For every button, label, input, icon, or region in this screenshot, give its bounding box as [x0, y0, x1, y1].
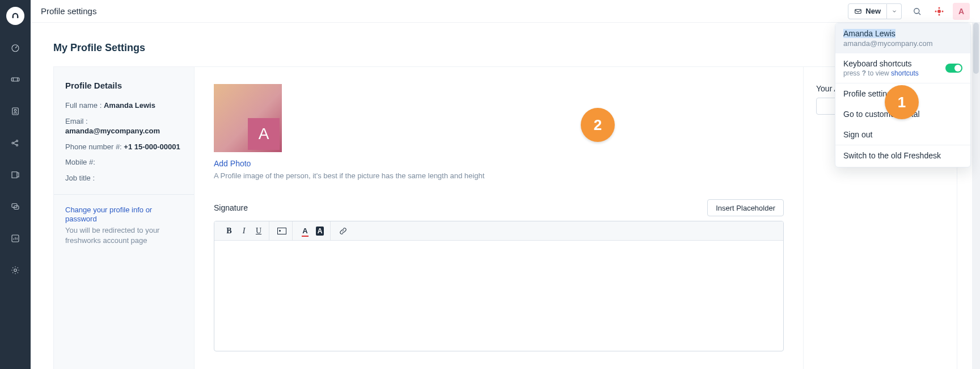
- svg-point-16: [935, 10, 937, 12]
- dropdown-switch-old[interactable]: Switch to the old Freshdesk: [835, 145, 970, 166]
- profile-center-panel: A Add Photo A Profile image of the perso…: [195, 67, 804, 369]
- signature-label: Signature: [214, 203, 248, 212]
- chevron-down-icon: [892, 9, 897, 14]
- new-button-label: New: [865, 7, 881, 15]
- keyboard-shortcuts-item[interactable]: Keyboard shortcuts press ? to view short…: [835, 53, 970, 83]
- page-title: Profile settings: [41, 6, 96, 16]
- change-profile-link[interactable]: Change your profile info or password: [65, 206, 152, 223]
- svg-rect-1: [11, 78, 19, 81]
- divider: [54, 194, 194, 195]
- image-icon: [277, 228, 286, 234]
- svg-point-13: [937, 10, 941, 13]
- phone-value: +1 15-000-00001: [124, 142, 180, 151]
- avatar-initial: A: [958, 7, 964, 16]
- dropdown-header: Amanda Lewis amanda@mycompany.com: [835, 23, 970, 53]
- left-nav-rail: [0, 0, 31, 369]
- new-button-dropdown[interactable]: [887, 3, 902, 19]
- jobtitle-row: Job title :: [65, 173, 183, 183]
- svg-point-10: [14, 269, 17, 272]
- annotation-step-2: 2: [581, 108, 615, 142]
- insert-link-button[interactable]: [336, 224, 350, 238]
- email-value: amanda@mycompany.com: [65, 127, 160, 135]
- new-button-group: New: [848, 3, 902, 19]
- shortcuts-link[interactable]: shortcuts: [891, 69, 919, 77]
- shortcuts-toggle[interactable]: [945, 64, 962, 73]
- jobtitle-label: Job title :: [65, 174, 95, 182]
- link-icon: [339, 227, 348, 236]
- phone-row: Phone number #: +1 15-000-00001: [65, 142, 183, 152]
- signature-editor: B I U A A: [214, 221, 784, 351]
- profile-photo-preview: A: [214, 84, 282, 152]
- dropdown-sign-out[interactable]: Sign out: [835, 124, 970, 145]
- section-heading: My Profile Settings: [53, 42, 957, 54]
- photo-hint: A Profile image of the person, it's best…: [214, 171, 784, 180]
- svg-point-17: [942, 10, 944, 12]
- email-row: Email : amanda@mycompany.com: [65, 116, 183, 136]
- dropdown-username: Amanda Lewis: [843, 29, 895, 38]
- bold-button[interactable]: B: [222, 224, 236, 238]
- fullname-label: Full name :: [65, 101, 102, 110]
- svg-point-4: [12, 142, 14, 144]
- profile-photo-initial: A: [248, 118, 280, 150]
- search-button[interactable]: [909, 3, 926, 20]
- editor-toolbar: B I U A A: [214, 221, 783, 241]
- new-ticket-icon: [854, 7, 862, 15]
- mobile-label: Mobile #:: [65, 158, 95, 166]
- italic-button[interactable]: I: [237, 224, 251, 238]
- profile-grid: Profile Details Full name : Amanda Lewis…: [53, 66, 957, 369]
- profile-details-panel: Profile Details Full name : Amanda Lewis…: [54, 67, 195, 369]
- change-profile-hint: You will be redirected to your freshwork…: [65, 225, 183, 246]
- nav-tickets-icon[interactable]: [6, 70, 24, 89]
- new-button[interactable]: New: [848, 3, 887, 19]
- svg-rect-11: [855, 9, 861, 13]
- text-color-button[interactable]: A: [298, 224, 312, 238]
- nav-dashboard-icon[interactable]: [6, 39, 24, 57]
- profile-avatar-button[interactable]: A: [953, 3, 970, 20]
- svg-point-3: [14, 110, 16, 112]
- nav-admin-icon[interactable]: [6, 261, 24, 279]
- signature-header: Signature Insert Placeholder: [214, 199, 784, 216]
- fullname-value: Amanda Lewis: [104, 101, 155, 110]
- svg-point-5: [16, 140, 18, 142]
- phone-label: Phone number #:: [65, 142, 122, 151]
- brand-logo[interactable]: [6, 7, 24, 25]
- svg-point-14: [939, 7, 940, 9]
- dropdown-email: amanda@mycompany.com: [843, 39, 962, 48]
- text-bg-icon: A: [316, 227, 324, 236]
- add-photo-link[interactable]: Add Photo: [214, 159, 251, 168]
- email-label: Email :: [65, 117, 88, 125]
- shortcuts-hint: press ? to view shortcuts: [843, 69, 919, 77]
- nav-forums-icon[interactable]: [6, 198, 24, 216]
- freshworks-icon: [934, 6, 944, 16]
- scrollbar-thumb[interactable]: [973, 23, 979, 74]
- text-color-icon: A: [302, 227, 307, 235]
- nav-solutions-icon[interactable]: [6, 166, 24, 184]
- svg-point-6: [16, 144, 18, 146]
- notifications-button[interactable]: [932, 5, 946, 18]
- svg-point-15: [939, 14, 940, 15]
- profile-details-title: Profile Details: [65, 81, 183, 90]
- topbar: Profile settings New A: [31, 0, 980, 23]
- nav-contacts-icon[interactable]: [6, 102, 24, 120]
- shortcuts-label: Keyboard shortcuts: [843, 59, 919, 68]
- signature-body[interactable]: [214, 241, 783, 351]
- text-bg-button[interactable]: A: [313, 224, 327, 238]
- insert-placeholder-button[interactable]: Insert Placeholder: [707, 199, 784, 216]
- annotation-step-1: 1: [885, 85, 919, 119]
- search-icon: [912, 6, 922, 16]
- svg-point-12: [914, 8, 919, 13]
- scrollbar[interactable]: [972, 23, 980, 369]
- underline-button[interactable]: U: [252, 224, 265, 238]
- insert-image-button[interactable]: [275, 224, 289, 238]
- nav-reports-icon[interactable]: [6, 229, 24, 248]
- nav-social-icon[interactable]: [6, 134, 24, 152]
- mobile-row: Mobile #:: [65, 157, 183, 167]
- fullname-row: Full name : Amanda Lewis: [65, 100, 183, 111]
